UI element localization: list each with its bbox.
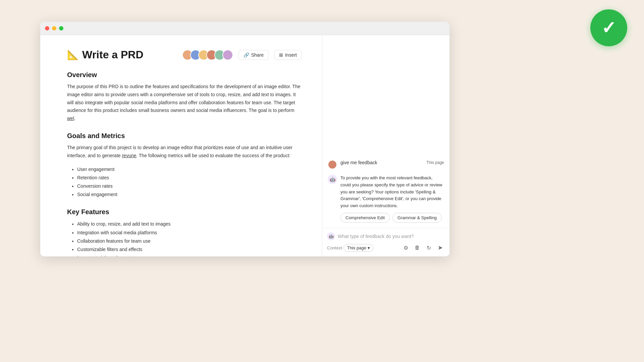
list-item: User engagement: [77, 165, 302, 174]
success-checkmark: ✓: [590, 9, 627, 46]
browser-window: 📐 Write a PRD 🔗 Share: [40, 22, 449, 256]
user-message: give me feedback This page: [340, 160, 444, 165]
chat-input-row: 🤖: [327, 232, 445, 240]
user-message-row: give me feedback This page: [328, 160, 444, 169]
list-item: Conversion rates: [77, 182, 302, 190]
document-area: 📐 Write a PRD 🔗 Share: [40, 35, 322, 256]
list-item: Social engagement: [77, 190, 302, 199]
input-ai-icon: 🤖: [327, 232, 335, 240]
chevron-down-icon: ▾: [368, 245, 370, 250]
overview-heading: Overview: [67, 71, 302, 79]
user-message-avatar: [328, 160, 337, 169]
goals-paragraph: The primary goal of this project is to d…: [67, 144, 302, 160]
list-item: Customizable filters and effects: [77, 245, 302, 254]
current-user-avatar[interactable]: [222, 50, 233, 60]
share-icon: 🔗: [244, 52, 249, 58]
delete-icon-button[interactable]: 🗑: [413, 243, 422, 252]
refresh-icon-button[interactable]: ↻: [424, 243, 433, 252]
chat-input-area: 🤖 Context This page ▾ ⚙ 🗑 ↻: [322, 228, 449, 256]
list-item: Retention rates: [77, 174, 302, 182]
ai-message-row: 🤖 To provide you with the most relevant …: [328, 175, 444, 223]
comprehensive-edit-button[interactable]: Comprehensive Edit: [340, 213, 390, 223]
doc-header: 📐 Write a PRD 🔗 Share: [67, 49, 302, 61]
page-title: Write a PRD: [82, 49, 144, 61]
goals-heading: Goals and Metrics: [67, 132, 302, 140]
goals-list: User engagement Retention rates Conversi…: [77, 165, 302, 199]
list-item: Integration with social media platforms: [77, 229, 302, 237]
check-icon: ✓: [601, 19, 616, 37]
features-heading: Key Features: [67, 208, 302, 216]
context-this-page-selector[interactable]: This page ▾: [343, 244, 374, 252]
list-item: Collaboration features for team use: [77, 237, 302, 245]
context-this-page-text: This page: [347, 245, 366, 250]
context-actions: ⚙ 🗑 ↻ ➤: [401, 243, 445, 252]
user-message-text: give me feedback: [340, 160, 377, 165]
list-item: Ability to crop, resize, and add text to…: [77, 220, 302, 228]
ai-avatar: 🤖: [328, 175, 337, 184]
doc-title-row: 📐 Write a PRD: [67, 49, 144, 61]
insert-icon: ⊞: [279, 52, 283, 58]
overview-paragraph: The purpose of this PRD is to outline th…: [67, 83, 302, 123]
insert-button[interactable]: ⊞ Insert: [274, 50, 302, 60]
chat-input[interactable]: [338, 234, 445, 239]
close-button[interactable]: [45, 26, 49, 31]
minimize-button[interactable]: [52, 26, 56, 31]
message-context-badge: This page: [426, 160, 444, 165]
suggestion-buttons: Comprehensive Edit Grammar & Spelling: [340, 213, 444, 223]
maximize-button[interactable]: [59, 26, 63, 31]
chat-toolbar: Context This page ▾ ⚙ 🗑 ↻ ➤: [327, 243, 445, 252]
toolbar-right: 🔗 Share ⊞ Insert: [182, 50, 302, 60]
send-button[interactable]: ➤: [435, 243, 445, 252]
settings-icon-button[interactable]: ⚙: [401, 243, 411, 252]
list-item: In-app tutorials and support: [77, 254, 302, 256]
chat-panel: give me feedback This page 🤖 To provide …: [322, 35, 449, 256]
share-button[interactable]: 🔗 Share: [238, 50, 269, 60]
overview-highlight: wel: [67, 116, 74, 121]
grammar-spelling-button[interactable]: Grammar & Spelling: [392, 213, 442, 223]
chat-messages: give me feedback This page 🤖 To provide …: [322, 35, 449, 228]
browser-content: 📐 Write a PRD 🔗 Share: [40, 35, 449, 256]
features-list: Ability to crop, resize, and add text to…: [77, 220, 302, 256]
goals-highlight: revune: [122, 153, 136, 158]
context-selector: Context This page ▾: [327, 244, 374, 252]
context-label: Context: [327, 245, 342, 250]
title-bar: [40, 22, 449, 35]
ai-message-text: To provide you with the most relevant fe…: [340, 175, 444, 209]
doc-icon: 📐: [67, 49, 79, 60]
collaborator-avatars: [182, 50, 233, 60]
